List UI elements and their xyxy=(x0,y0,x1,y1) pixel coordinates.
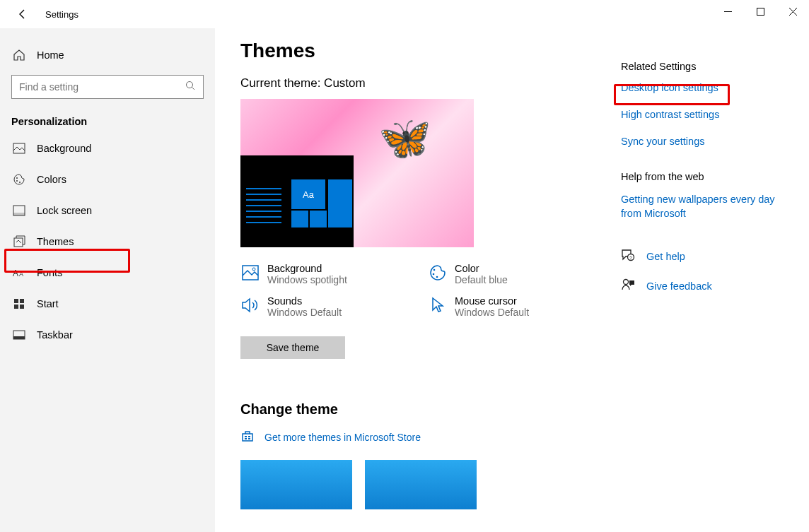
prop-color[interactable]: Color Default blue xyxy=(428,263,594,285)
get-help-link[interactable]: ? Get help xyxy=(621,248,784,265)
lock-screen-icon xyxy=(11,205,27,216)
svg-rect-12 xyxy=(20,299,24,303)
theme-thumbnail[interactable] xyxy=(365,460,477,509)
picture-icon xyxy=(240,263,260,283)
svg-rect-7 xyxy=(13,213,25,215)
sidebar-item-taskbar[interactable]: Taskbar xyxy=(0,319,215,350)
give-feedback-text: Give feedback xyxy=(646,280,712,292)
svg-point-1 xyxy=(187,81,193,88)
svg-point-21 xyxy=(436,276,438,278)
preview-tile xyxy=(291,211,308,227)
svg-point-18 xyxy=(252,268,255,271)
cursor-icon xyxy=(428,295,448,315)
palette-icon xyxy=(428,263,448,283)
sidebar-item-label: Lock screen xyxy=(37,205,92,216)
page-title: Themes xyxy=(240,40,594,62)
prop-title: Sounds xyxy=(267,295,342,307)
search-input[interactable] xyxy=(19,81,185,93)
prop-value: Windows spotlight xyxy=(267,274,347,285)
window-title: Settings xyxy=(45,9,78,20)
theme-preview: 🦋 Aa xyxy=(240,99,474,247)
svg-text:A: A xyxy=(13,268,18,278)
home-nav[interactable]: Home xyxy=(0,41,215,69)
right-panel: Related Settings Desktop icon settings H… xyxy=(621,40,784,532)
save-theme-button[interactable]: Save theme xyxy=(240,336,345,359)
sidebar-item-background[interactable]: Background xyxy=(0,133,215,164)
sidebar-item-lock-screen[interactable]: Lock screen xyxy=(0,195,215,226)
sidebar-item-start[interactable]: Start xyxy=(0,288,215,319)
svg-point-3 xyxy=(16,177,18,179)
picture-icon xyxy=(11,143,27,154)
sidebar-item-themes[interactable]: Themes xyxy=(0,226,215,257)
back-button[interactable] xyxy=(13,4,33,24)
home-icon xyxy=(11,49,27,61)
prop-title: Background xyxy=(267,263,347,274)
theme-thumbnail[interactable] xyxy=(240,460,352,509)
speaker-icon xyxy=(240,295,260,315)
close-icon xyxy=(789,8,797,16)
minimize-button[interactable] xyxy=(711,0,744,23)
prop-value: Windows Default xyxy=(267,307,342,318)
link-desktop-icon-settings[interactable]: Desktop icon settings xyxy=(621,82,784,93)
link-wallpapers-help[interactable]: Getting new wallpapers every day from Mi… xyxy=(621,192,784,221)
feedback-icon xyxy=(621,278,638,295)
sidebar-item-label: Background xyxy=(37,143,91,154)
maximize-button[interactable] xyxy=(744,0,776,23)
sidebar-item-label: Start xyxy=(37,298,59,309)
change-theme-heading: Change theme xyxy=(240,401,594,418)
svg-rect-14 xyxy=(20,305,24,309)
start-icon xyxy=(11,298,27,309)
preview-lines xyxy=(246,188,281,227)
link-high-contrast[interactable]: High contrast settings xyxy=(621,109,784,120)
fonts-icon: AA xyxy=(11,267,27,278)
minimize-icon xyxy=(724,8,732,16)
prop-value: Default blue xyxy=(455,274,508,285)
section-header: Personalization xyxy=(0,106,215,133)
sidebar-item-colors[interactable]: Colors xyxy=(0,164,215,195)
preview-tile-big: Aa xyxy=(291,179,325,209)
taskbar-icon xyxy=(11,330,27,340)
svg-point-4 xyxy=(16,180,18,182)
search-input-container[interactable] xyxy=(11,75,204,99)
prop-title: Mouse cursor xyxy=(455,295,529,307)
close-button[interactable] xyxy=(776,0,809,23)
arrow-left-icon xyxy=(17,8,28,20)
sidebar-item-label: Colors xyxy=(37,174,66,185)
svg-rect-25 xyxy=(248,438,250,439)
svg-rect-16 xyxy=(13,336,25,339)
preview-tile xyxy=(310,211,327,227)
themes-icon xyxy=(11,235,27,248)
sidebar-item-label: Fonts xyxy=(37,267,62,278)
maximize-icon xyxy=(757,8,764,16)
store-link[interactable]: Get more themes in Microsoft Store xyxy=(240,429,594,446)
related-settings-heading: Related Settings xyxy=(621,61,784,72)
store-link-text: Get more themes in Microsoft Store xyxy=(264,432,421,443)
svg-point-20 xyxy=(433,273,435,276)
svg-rect-13 xyxy=(14,305,18,309)
sidebar-item-fonts[interactable]: AA Fonts xyxy=(0,257,215,288)
link-sync-settings[interactable]: Sync your settings xyxy=(621,136,784,147)
sidebar-item-label: Themes xyxy=(37,236,74,247)
sidebar: Home Personalization Background Colors L… xyxy=(0,28,215,532)
prop-cursor[interactable]: Mouse cursor Windows Default xyxy=(428,295,594,318)
store-icon xyxy=(240,429,257,446)
svg-text:A: A xyxy=(19,271,23,278)
give-feedback-link[interactable]: Give feedback xyxy=(621,278,784,295)
search-icon xyxy=(185,81,196,94)
svg-rect-24 xyxy=(245,438,247,439)
svg-point-5 xyxy=(19,182,21,183)
preview-tile xyxy=(328,179,352,227)
prop-background[interactable]: Background Windows spotlight xyxy=(240,263,407,285)
butterfly-decoration: 🦋 xyxy=(378,113,431,163)
prop-sounds[interactable]: Sounds Windows Default xyxy=(240,295,407,318)
svg-point-19 xyxy=(433,269,436,271)
prop-title: Color xyxy=(455,263,508,274)
svg-rect-8 xyxy=(14,238,23,247)
get-help-text: Get help xyxy=(646,251,685,262)
chat-help-icon: ? xyxy=(621,248,638,265)
palette-icon xyxy=(11,173,27,186)
svg-rect-23 xyxy=(248,436,250,437)
current-theme-label: Current theme: Custom xyxy=(240,76,594,90)
svg-rect-0 xyxy=(757,8,764,15)
prop-value: Windows Default xyxy=(455,307,529,318)
